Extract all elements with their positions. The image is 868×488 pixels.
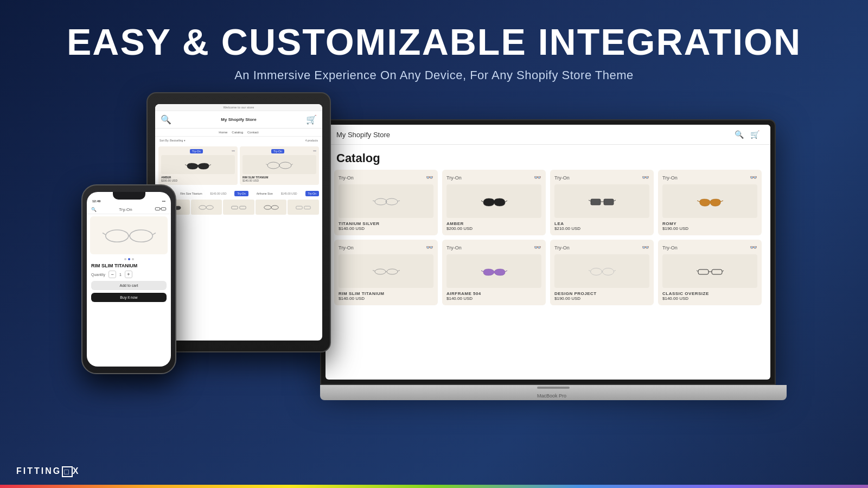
glasses-icon: 👓	[534, 244, 541, 251]
ipad-try-btn-row3[interactable]: Try-On	[305, 191, 319, 196]
macbook-notch	[537, 387, 570, 389]
iphone-qty-minus[interactable]: −	[108, 271, 116, 278]
iphone-qty-label: Quantity	[91, 273, 105, 277]
ipad-search-icon[interactable]: 🔍	[161, 114, 171, 125]
svg-rect-47	[155, 208, 159, 210]
iphone-product-image	[90, 216, 168, 254]
product-name: ROMY	[662, 221, 757, 226]
svg-line-24	[589, 271, 591, 272]
catalog-title: Catalog	[326, 145, 770, 170]
product-image	[554, 184, 649, 218]
cart-icon[interactable]: 🛒	[750, 130, 760, 139]
product-grid-row1: Try-On 👓	[326, 170, 770, 235]
page-header: Easy & Customizable Integration An Immer…	[0, 0, 868, 82]
try-on-label[interactable]: Try-On	[446, 245, 462, 251]
product-try-on-bar: Try-On 👓	[554, 174, 649, 181]
try-on-label[interactable]: Try-On	[662, 245, 678, 251]
ipad-product-info: RIM SLIM TITANIUM $140.00 USD	[242, 176, 316, 182]
product-try-on-bar: Try-On 👓	[662, 244, 757, 251]
iphone-time: 12:49	[92, 200, 100, 203]
product-try-on-bar: Try-On 👓	[446, 174, 541, 181]
iphone-screen: 12:49 ▪▪▪ 🔍 Try-On	[87, 192, 171, 367]
product-price: $190.00 USD	[554, 296, 649, 301]
try-on-label[interactable]: Try-On	[339, 175, 354, 181]
iphone-dot-active	[128, 258, 130, 260]
svg-point-0	[375, 198, 387, 205]
macbook-base: MacBook Pro	[320, 385, 787, 400]
product-image	[662, 184, 757, 218]
product-card: Try-On 👓	[334, 240, 438, 305]
try-on-label[interactable]: Try-On	[339, 245, 354, 251]
ipad-try-on-btn[interactable]: Try-On	[271, 149, 284, 153]
ipad-glasses-icon: 👓	[313, 149, 316, 153]
svg-rect-8	[604, 199, 614, 205]
product-image	[339, 184, 433, 218]
svg-line-18	[398, 271, 400, 272]
ipad-glasses-icon: 👓	[232, 149, 235, 153]
product-image	[446, 184, 541, 218]
ipad-product-grid: Try-On 👓 AMBER	[155, 144, 322, 187]
svg-line-54	[152, 233, 156, 235]
ipad-bottom-glass	[223, 200, 254, 215]
shopify-ui: My Shopify Store 🔍 🛒 Catalog Try-On 👓	[326, 125, 770, 380]
svg-point-38	[199, 206, 206, 209]
product-name: TITANIUM SILVER	[339, 221, 433, 226]
ipad-ui: Welcome to our store 🔍 My Shopify Store …	[155, 104, 322, 341]
glasses-svg	[481, 265, 508, 278]
product-name: LEA	[554, 221, 649, 226]
ipad-product-img	[242, 155, 316, 174]
svg-point-15	[387, 269, 398, 274]
svg-line-37	[291, 164, 293, 165]
ipad-bottom-glass	[288, 200, 319, 215]
svg-rect-48	[161, 208, 165, 210]
product-card: Try-On 👓	[334, 170, 438, 235]
svg-line-11	[614, 200, 616, 201]
iphone-dot	[124, 258, 126, 260]
product-card: Try-On 👓 AIRFRAME 504	[442, 240, 546, 305]
svg-line-10	[589, 200, 591, 201]
glasses-icon: 👓	[426, 244, 433, 251]
iphone-buy-now-button[interactable]: Buy it now	[91, 293, 167, 302]
svg-point-14	[375, 269, 386, 274]
ipad-screen: Welcome to our store 🔍 My Shopify Store …	[155, 104, 322, 341]
ipad-try-on-btn[interactable]: Try-On	[190, 149, 202, 153]
iphone-product-name: RIM SLIM TITANIUM	[87, 262, 171, 269]
iphone-search-icon[interactable]: 🔍	[91, 207, 97, 212]
try-on-label[interactable]: Try-On	[446, 175, 462, 181]
iphone-quantity: Quantity − 1 +	[87, 269, 171, 279]
iphone-qty-plus[interactable]: +	[125, 271, 132, 278]
product-price: $200.00 USD	[446, 226, 541, 231]
svg-line-32	[209, 164, 211, 165]
glasses-svg	[589, 265, 616, 278]
search-icon[interactable]: 🔍	[735, 130, 744, 139]
try-on-label[interactable]: Try-On	[554, 175, 570, 181]
iphone-qty-value: 1	[119, 273, 122, 277]
fittingbox-logo: FITTING□X	[16, 466, 80, 477]
iphone-try-on-label[interactable]: Try-On	[119, 207, 132, 212]
svg-line-3	[373, 201, 375, 201]
ipad-header: 🔍 My Shopify Store 🛒	[155, 111, 322, 129]
try-on-label[interactable]: Try-On	[662, 175, 678, 181]
product-try-on-bar: Try-On 👓	[339, 174, 433, 181]
product-try-on-bar: Try-On 👓	[446, 244, 541, 251]
svg-line-17	[373, 271, 375, 272]
product-card: Try-On 👓 ROMY $190.	[658, 170, 762, 235]
iphone-add-to-cart-button[interactable]: Add to cart	[91, 281, 167, 290]
product-grid-row2: Try-On 👓	[326, 240, 770, 305]
svg-point-43	[264, 206, 271, 209]
svg-line-20	[505, 271, 507, 272]
ipad-glasses-svg	[184, 159, 212, 171]
svg-line-13	[720, 201, 723, 202]
ipad-cart-icon[interactable]: 🛒	[306, 114, 317, 125]
devices-container: My Shopify Store 🔍 🛒 Catalog Try-On 👓	[81, 92, 787, 461]
ipad-try-btn-row2[interactable]: Try-On	[234, 191, 248, 196]
svg-line-19	[481, 271, 483, 272]
iphone-nav: 🔍 Try-On	[87, 205, 171, 214]
product-name: AMBER	[446, 221, 541, 226]
try-on-label[interactable]: Try-On	[554, 245, 570, 251]
product-price: $190.00 USD	[662, 226, 757, 231]
product-name: CLASSIC OVERSIZE	[662, 291, 757, 296]
logo-box: □	[62, 466, 72, 477]
product-image	[662, 254, 757, 288]
iphone-notch	[113, 192, 145, 200]
